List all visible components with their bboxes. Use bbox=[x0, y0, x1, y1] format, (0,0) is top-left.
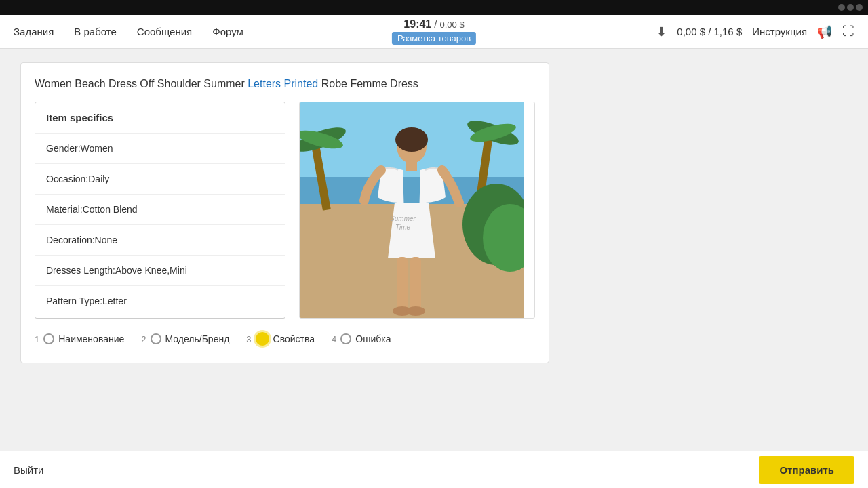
main-content: Women Beach Dress Off Shoulder Summer Le… bbox=[0, 49, 868, 377]
product-title-link[interactable]: Letters Printed bbox=[248, 78, 318, 89]
specifics-length: Dresses Length:Above Knee,Mini bbox=[35, 256, 285, 286]
step-1-radio[interactable] bbox=[43, 333, 54, 344]
submit-button[interactable]: Отправить bbox=[759, 456, 854, 484]
nav-time-balance: 19:41 / 0,00 $ bbox=[392, 18, 476, 30]
specifics-material: Material:Cotton Blend bbox=[35, 195, 285, 225]
nav-messages[interactable]: Сообщения bbox=[137, 26, 192, 37]
nav-bar: Задания В работе Сообщения Форум 19:41 /… bbox=[0, 15, 868, 49]
product-body: Item specifics Gender:Women Occasion:Dai… bbox=[35, 102, 535, 319]
nav-center: 19:41 / 0,00 $ Разметка товаров bbox=[392, 18, 476, 45]
product-title-start: Women Beach Dress Off Shoulder Summer bbox=[35, 78, 248, 89]
step-4[interactable]: 4 Ошибка bbox=[332, 333, 391, 344]
step-1-number: 1 bbox=[35, 334, 39, 344]
product-title-end: Robe Femme Dress bbox=[318, 78, 418, 89]
svg-point-19 bbox=[406, 306, 425, 316]
bottom-bar: Выйти Отправить bbox=[0, 451, 868, 488]
product-title: Women Beach Dress Off Shoulder Summer Le… bbox=[35, 77, 535, 92]
step-3-radio[interactable] bbox=[256, 332, 269, 346]
nav-forum[interactable]: Форум bbox=[212, 26, 243, 37]
specifics-pattern: Pattern Type:Letter bbox=[35, 286, 285, 316]
nav-in-progress[interactable]: В работе bbox=[74, 26, 117, 37]
step-indicators: 1 Наименование 2 Модель/Бренд 3 Свойства… bbox=[35, 329, 535, 349]
step-2-radio[interactable] bbox=[151, 333, 161, 344]
product-image-container: Summer Time bbox=[299, 102, 535, 319]
specifics-occasion: Occasion:Daily bbox=[35, 164, 285, 195]
nav-balance-left: 0,00 $ bbox=[440, 20, 465, 30]
step-4-number: 4 bbox=[332, 334, 336, 344]
nav-download-balance: 0,00 $ / 1,16 $ bbox=[677, 26, 742, 37]
step-2-number: 2 bbox=[141, 334, 146, 344]
svg-rect-17 bbox=[410, 257, 421, 311]
svg-text:Time: Time bbox=[395, 224, 411, 231]
nav-time: 19:41 bbox=[403, 18, 431, 30]
step-4-label: Ошибка bbox=[355, 333, 391, 344]
top-bar bbox=[0, 0, 868, 15]
fullscreen-icon[interactable]: ⛶ bbox=[842, 24, 854, 39]
step-3-label: Свойства bbox=[273, 333, 315, 344]
specifics-panel[interactable]: Item specifics Gender:Women Occasion:Dai… bbox=[35, 102, 285, 319]
specifics-gender: Gender:Women bbox=[35, 134, 285, 164]
step-2-label: Модель/Бренд bbox=[165, 333, 230, 344]
specifics-decoration: Decoration:None bbox=[35, 225, 285, 256]
step-2[interactable]: 2 Модель/Бренд bbox=[141, 333, 229, 344]
svg-rect-13 bbox=[406, 161, 417, 171]
nav-links: Задания В работе Сообщения Форум bbox=[14, 26, 243, 37]
svg-point-12 bbox=[395, 127, 428, 152]
specifics-header: Item specifics bbox=[35, 102, 285, 134]
step-1[interactable]: 1 Наименование bbox=[35, 333, 124, 344]
top-bar-dot-2 bbox=[847, 4, 854, 11]
step-1-label: Наименование bbox=[58, 333, 124, 344]
top-bar-dot-3 bbox=[856, 4, 863, 11]
product-card: Women Beach Dress Off Shoulder Summer Le… bbox=[20, 62, 549, 363]
step-3[interactable]: 3 Свойства bbox=[246, 332, 315, 346]
step-4-radio[interactable] bbox=[340, 333, 351, 344]
nav-instruction[interactable]: Инструкция bbox=[752, 26, 807, 37]
product-image: Summer Time bbox=[300, 102, 524, 319]
nav-right: ⬇ 0,00 $ / 1,16 $ Инструкция 📢 ⛶ bbox=[656, 24, 854, 39]
nav-tasks[interactable]: Задания bbox=[14, 26, 54, 37]
speaker-icon[interactable]: 📢 bbox=[817, 24, 832, 39]
step-3-number: 3 bbox=[246, 334, 251, 344]
download-icon: ⬇ bbox=[656, 24, 667, 39]
top-bar-dot-1 bbox=[838, 4, 845, 11]
exit-button[interactable]: Выйти bbox=[14, 464, 43, 476]
nav-tag: Разметка товаров bbox=[392, 32, 476, 45]
top-bar-dots bbox=[838, 4, 863, 11]
svg-text:Summer: Summer bbox=[390, 215, 416, 222]
svg-rect-16 bbox=[397, 257, 408, 311]
